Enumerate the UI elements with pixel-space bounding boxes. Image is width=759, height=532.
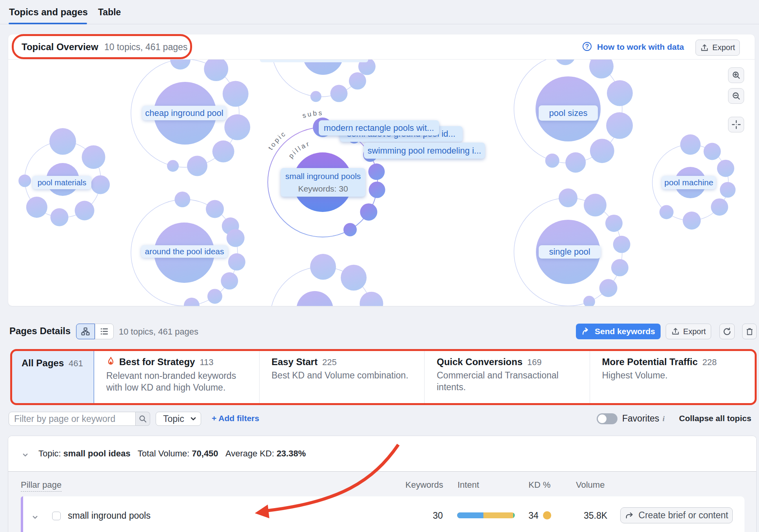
svg-text:topic: topic xyxy=(267,129,288,151)
